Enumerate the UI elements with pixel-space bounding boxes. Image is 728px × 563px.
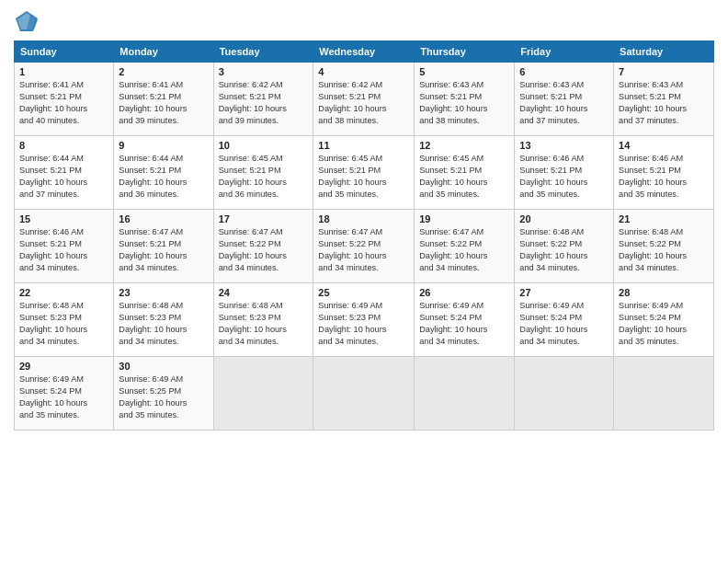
day-info: Sunrise: 6:44 AM Sunset: 5:21 PM Dayligh… xyxy=(119,153,208,201)
day-number: 12 xyxy=(419,140,509,151)
header-row-days: SundayMondayTuesdayWednesdayThursdayFrid… xyxy=(15,41,714,63)
day-info: Sunrise: 6:47 AM Sunset: 5:21 PM Dayligh… xyxy=(119,226,208,274)
week-row-3: 15Sunrise: 6:46 AM Sunset: 5:21 PM Dayli… xyxy=(15,210,714,283)
week-row-5: 29Sunrise: 6:49 AM Sunset: 5:24 PM Dayli… xyxy=(15,357,714,431)
day-number: 17 xyxy=(219,213,309,224)
day-cell: 8Sunrise: 6:44 AM Sunset: 5:21 PM Daylig… xyxy=(15,136,114,210)
day-cell: 14Sunrise: 6:46 AM Sunset: 5:21 PM Dayli… xyxy=(614,136,714,210)
day-cell: 19Sunrise: 6:47 AM Sunset: 5:22 PM Dayli… xyxy=(415,210,515,283)
day-cell: 21Sunrise: 6:48 AM Sunset: 5:22 PM Dayli… xyxy=(614,210,714,283)
day-cell: 16Sunrise: 6:47 AM Sunset: 5:21 PM Dayli… xyxy=(114,210,213,283)
day-number: 5 xyxy=(419,66,509,77)
week-row-2: 8Sunrise: 6:44 AM Sunset: 5:21 PM Daylig… xyxy=(15,136,714,210)
day-cell: 30Sunrise: 6:49 AM Sunset: 5:25 PM Dayli… xyxy=(114,357,213,431)
day-number: 23 xyxy=(119,287,208,298)
day-number: 7 xyxy=(619,66,709,77)
day-number: 13 xyxy=(519,140,609,151)
calendar-container: SundayMondayTuesdayWednesdayThursdayFrid… xyxy=(0,0,728,440)
day-info: Sunrise: 6:48 AM Sunset: 5:23 PM Dayligh… xyxy=(219,300,309,348)
day-cell: 27Sunrise: 6:49 AM Sunset: 5:24 PM Dayli… xyxy=(515,283,614,357)
day-cell: 22Sunrise: 6:48 AM Sunset: 5:23 PM Dayli… xyxy=(15,283,114,357)
day-number: 3 xyxy=(219,66,309,77)
day-cell: 3Sunrise: 6:42 AM Sunset: 5:21 PM Daylig… xyxy=(213,63,313,136)
day-info: Sunrise: 6:49 AM Sunset: 5:24 PM Dayligh… xyxy=(619,300,709,348)
day-info: Sunrise: 6:43 AM Sunset: 5:21 PM Dayligh… xyxy=(519,79,609,127)
day-cell: 18Sunrise: 6:47 AM Sunset: 5:22 PM Dayli… xyxy=(313,210,415,283)
day-number: 25 xyxy=(318,287,409,298)
day-number: 6 xyxy=(519,66,609,77)
day-cell: 17Sunrise: 6:47 AM Sunset: 5:22 PM Dayli… xyxy=(213,210,313,283)
day-number: 9 xyxy=(119,140,208,151)
day-number: 22 xyxy=(19,287,108,298)
day-cell: 25Sunrise: 6:49 AM Sunset: 5:23 PM Dayli… xyxy=(313,283,415,357)
day-cell: 28Sunrise: 6:49 AM Sunset: 5:24 PM Dayli… xyxy=(614,283,714,357)
day-cell: 23Sunrise: 6:48 AM Sunset: 5:23 PM Dayli… xyxy=(114,283,213,357)
day-cell: 15Sunrise: 6:46 AM Sunset: 5:21 PM Dayli… xyxy=(15,210,114,283)
day-info: Sunrise: 6:47 AM Sunset: 5:22 PM Dayligh… xyxy=(219,226,309,274)
day-cell: 10Sunrise: 6:45 AM Sunset: 5:21 PM Dayli… xyxy=(213,136,313,210)
day-cell: 6Sunrise: 6:43 AM Sunset: 5:21 PM Daylig… xyxy=(515,63,614,136)
day-info: Sunrise: 6:49 AM Sunset: 5:24 PM Dayligh… xyxy=(519,300,609,348)
day-cell xyxy=(313,357,415,431)
day-number: 14 xyxy=(619,140,709,151)
day-number: 28 xyxy=(619,287,709,298)
day-number: 21 xyxy=(619,213,709,224)
header-monday: Monday xyxy=(114,41,213,63)
day-cell xyxy=(515,357,614,431)
day-info: Sunrise: 6:49 AM Sunset: 5:23 PM Dayligh… xyxy=(318,300,409,348)
day-info: Sunrise: 6:43 AM Sunset: 5:21 PM Dayligh… xyxy=(419,79,509,127)
header-row xyxy=(14,9,714,35)
day-number: 26 xyxy=(419,287,509,298)
day-info: Sunrise: 6:41 AM Sunset: 5:21 PM Dayligh… xyxy=(119,79,208,127)
day-cell: 4Sunrise: 6:42 AM Sunset: 5:21 PM Daylig… xyxy=(313,63,415,136)
day-cell: 7Sunrise: 6:43 AM Sunset: 5:21 PM Daylig… xyxy=(614,63,714,136)
day-info: Sunrise: 6:48 AM Sunset: 5:22 PM Dayligh… xyxy=(619,226,709,274)
header-wednesday: Wednesday xyxy=(313,41,415,63)
day-number: 24 xyxy=(219,287,309,298)
calendar-header: SundayMondayTuesdayWednesdayThursdayFrid… xyxy=(15,41,714,63)
day-info: Sunrise: 6:46 AM Sunset: 5:21 PM Dayligh… xyxy=(619,153,709,201)
day-number: 20 xyxy=(519,213,609,224)
day-info: Sunrise: 6:43 AM Sunset: 5:21 PM Dayligh… xyxy=(619,79,709,127)
week-row-4: 22Sunrise: 6:48 AM Sunset: 5:23 PM Dayli… xyxy=(15,283,714,357)
day-cell: 29Sunrise: 6:49 AM Sunset: 5:24 PM Dayli… xyxy=(15,357,114,431)
day-cell: 2Sunrise: 6:41 AM Sunset: 5:21 PM Daylig… xyxy=(114,63,213,136)
week-row-1: 1Sunrise: 6:41 AM Sunset: 5:21 PM Daylig… xyxy=(15,63,714,136)
day-number: 8 xyxy=(19,140,108,151)
day-number: 15 xyxy=(19,213,108,224)
day-cell: 1Sunrise: 6:41 AM Sunset: 5:21 PM Daylig… xyxy=(15,63,114,136)
day-info: Sunrise: 6:46 AM Sunset: 5:21 PM Dayligh… xyxy=(19,226,108,274)
day-cell: 24Sunrise: 6:48 AM Sunset: 5:23 PM Dayli… xyxy=(213,283,313,357)
day-cell xyxy=(213,357,313,431)
day-info: Sunrise: 6:47 AM Sunset: 5:22 PM Dayligh… xyxy=(318,226,409,274)
day-cell xyxy=(614,357,714,431)
day-info: Sunrise: 6:42 AM Sunset: 5:21 PM Dayligh… xyxy=(219,79,309,127)
header-tuesday: Tuesday xyxy=(213,41,313,63)
day-cell: 12Sunrise: 6:45 AM Sunset: 5:21 PM Dayli… xyxy=(415,136,515,210)
day-number: 10 xyxy=(219,140,309,151)
day-info: Sunrise: 6:42 AM Sunset: 5:21 PM Dayligh… xyxy=(318,79,409,127)
logo xyxy=(14,9,43,35)
day-info: Sunrise: 6:48 AM Sunset: 5:23 PM Dayligh… xyxy=(19,300,108,348)
day-cell: 13Sunrise: 6:46 AM Sunset: 5:21 PM Dayli… xyxy=(515,136,614,210)
day-info: Sunrise: 6:41 AM Sunset: 5:21 PM Dayligh… xyxy=(19,79,108,127)
day-number: 11 xyxy=(318,140,409,151)
day-number: 18 xyxy=(318,213,409,224)
calendar-table: SundayMondayTuesdayWednesdayThursdayFrid… xyxy=(14,40,714,431)
logo-icon xyxy=(14,9,40,35)
day-cell: 11Sunrise: 6:45 AM Sunset: 5:21 PM Dayli… xyxy=(313,136,415,210)
day-number: 4 xyxy=(318,66,409,77)
day-info: Sunrise: 6:46 AM Sunset: 5:21 PM Dayligh… xyxy=(519,153,609,201)
day-info: Sunrise: 6:45 AM Sunset: 5:21 PM Dayligh… xyxy=(318,153,409,201)
day-info: Sunrise: 6:49 AM Sunset: 5:24 PM Dayligh… xyxy=(19,373,108,421)
day-number: 27 xyxy=(519,287,609,298)
day-info: Sunrise: 6:49 AM Sunset: 5:25 PM Dayligh… xyxy=(119,373,208,421)
header-thursday: Thursday xyxy=(415,41,515,63)
day-info: Sunrise: 6:45 AM Sunset: 5:21 PM Dayligh… xyxy=(219,153,309,201)
header-saturday: Saturday xyxy=(614,41,714,63)
day-cell: 26Sunrise: 6:49 AM Sunset: 5:24 PM Dayli… xyxy=(415,283,515,357)
day-info: Sunrise: 6:45 AM Sunset: 5:21 PM Dayligh… xyxy=(419,153,509,201)
day-number: 19 xyxy=(419,213,509,224)
calendar-body: 1Sunrise: 6:41 AM Sunset: 5:21 PM Daylig… xyxy=(15,63,714,431)
day-info: Sunrise: 6:48 AM Sunset: 5:23 PM Dayligh… xyxy=(119,300,208,348)
